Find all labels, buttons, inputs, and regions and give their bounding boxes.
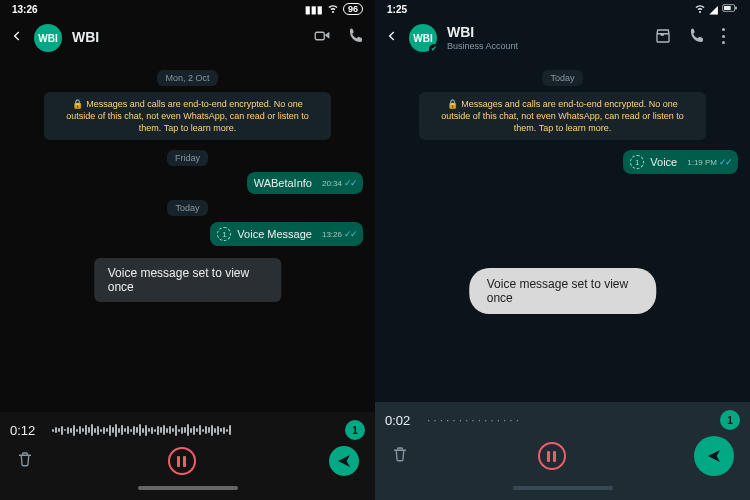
back-button[interactable]: [10, 29, 24, 47]
svg-rect-0: [315, 32, 324, 40]
lock-icon: 🔒: [72, 99, 83, 109]
toast: Voice message set to view once: [469, 268, 657, 314]
home-indicator[interactable]: [138, 486, 238, 490]
message-text: Voice: [650, 156, 677, 168]
view-once-toggle[interactable]: 1: [345, 420, 365, 440]
phone-ios: 13:26 ▮▮▮ 96 WBI WBI Mon, 2 Oct: [0, 0, 375, 500]
video-call-button[interactable]: [313, 27, 331, 49]
view-once-icon: 1: [630, 155, 644, 169]
wifi-icon: [327, 2, 339, 16]
read-ticks-icon: ✓✓: [719, 157, 731, 167]
lock-icon: 🔒: [447, 99, 458, 109]
more-menu-button[interactable]: [722, 27, 740, 45]
chat-body[interactable]: Today 🔒Messages and calls are end-to-end…: [375, 58, 750, 402]
voice-call-button[interactable]: [347, 27, 365, 49]
pause-button[interactable]: [168, 447, 196, 475]
signal-icon: ◢: [710, 4, 718, 15]
message-time: 20:34: [322, 179, 342, 188]
read-ticks-icon: ✓✓: [344, 229, 356, 239]
battery-badge: 96: [343, 3, 363, 15]
chat-body[interactable]: Mon, 2 Oct 🔒Messages and calls are end-t…: [0, 58, 375, 412]
chat-header: WBI WBI: [0, 18, 375, 58]
view-once-icon: 1: [217, 227, 231, 241]
svg-rect-2: [724, 6, 731, 10]
signal-icon: ▮▮▮: [305, 4, 323, 15]
chat-subtitle: Business Account: [447, 41, 518, 51]
voice-recorder: 0:02 ··············· 1: [375, 402, 750, 500]
chat-header: WBI ✔ WBI Business Account: [375, 18, 750, 58]
date-separator: Today: [542, 70, 582, 86]
message-time: 1:19 PM: [687, 158, 717, 167]
phone-android: 1:25 ◢ WBI ✔ WBI Business Account: [375, 0, 750, 500]
chat-title[interactable]: WBI: [72, 30, 99, 45]
read-ticks-icon: ✓✓: [344, 178, 356, 188]
encryption-notice[interactable]: 🔒Messages and calls are end-to-end encry…: [44, 92, 332, 140]
voice-message-outgoing[interactable]: 1 Voice Message 13:26✓✓: [210, 222, 363, 246]
message-text: WABetaInfo: [254, 177, 312, 189]
waveform[interactable]: [52, 421, 337, 439]
send-button[interactable]: [329, 446, 359, 476]
waveform[interactable]: ···············: [427, 413, 712, 427]
date-separator: Friday: [167, 150, 208, 166]
encryption-notice[interactable]: 🔒Messages and calls are end-to-end encry…: [419, 92, 707, 140]
message-time: 13:26: [322, 230, 342, 239]
back-button[interactable]: [385, 29, 399, 47]
status-time: 13:26: [12, 4, 38, 15]
chat-title[interactable]: WBI: [447, 25, 518, 40]
status-bar: 13:26 ▮▮▮ 96: [0, 0, 375, 18]
business-badge-icon: ✔: [429, 44, 439, 54]
pause-button[interactable]: [538, 442, 566, 470]
message-text: Voice Message: [237, 228, 312, 240]
avatar[interactable]: WBI: [34, 24, 62, 52]
record-timer: 0:02: [385, 413, 419, 428]
message-outgoing[interactable]: WABetaInfo 20:34✓✓: [247, 172, 363, 194]
delete-recording-button[interactable]: [16, 450, 34, 472]
storefront-button[interactable]: [654, 27, 672, 49]
voice-message-outgoing[interactable]: 1 Voice 1:19 PM✓✓: [623, 150, 738, 174]
voice-recorder: 0:12 1: [0, 412, 375, 500]
home-indicator[interactable]: [513, 486, 613, 490]
voice-call-button[interactable]: [688, 27, 706, 49]
wifi-icon: [694, 2, 706, 16]
view-once-toggle[interactable]: 1: [720, 410, 740, 430]
date-separator: Mon, 2 Oct: [157, 70, 217, 86]
status-bar: 1:25 ◢: [375, 0, 750, 18]
battery-icon: [722, 3, 738, 15]
send-button[interactable]: [694, 436, 734, 476]
toast: Voice message set to view once: [94, 258, 282, 302]
record-timer: 0:12: [10, 423, 44, 438]
svg-rect-3: [735, 7, 736, 10]
avatar[interactable]: WBI ✔: [409, 24, 437, 52]
date-separator: Today: [167, 200, 207, 216]
delete-recording-button[interactable]: [391, 445, 409, 467]
status-time: 1:25: [387, 4, 407, 15]
